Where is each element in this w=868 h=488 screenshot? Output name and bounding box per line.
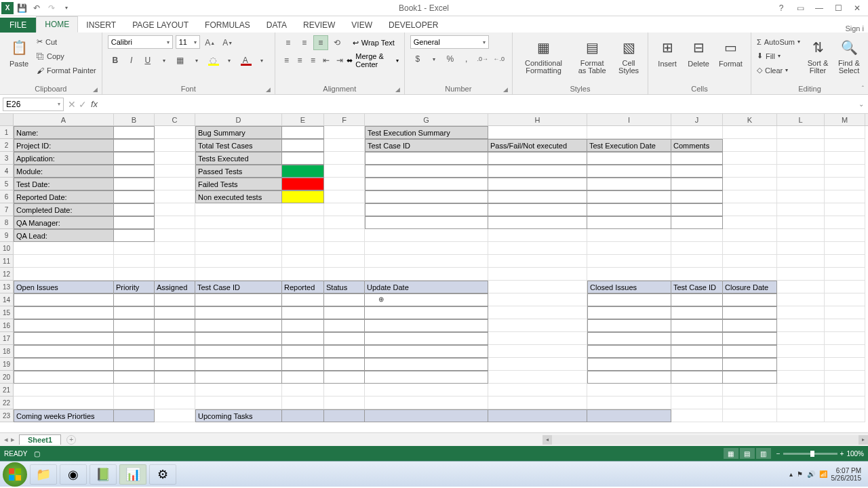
cell[interactable] — [825, 345, 865, 358]
cell[interactable] — [324, 384, 365, 396]
cell[interactable] — [324, 190, 365, 203]
bold-button[interactable]: B — [108, 53, 123, 68]
cell[interactable] — [195, 396, 282, 409]
cell[interactable] — [155, 126, 195, 139]
cell[interactable]: Test Case ID — [365, 139, 488, 152]
row-header[interactable]: 1 — [0, 126, 14, 139]
cell[interactable] — [114, 345, 155, 358]
font-color-button[interactable]: A — [238, 53, 253, 68]
cell[interactable] — [723, 178, 777, 190]
cell[interactable] — [114, 152, 155, 165]
cell[interactable] — [324, 229, 365, 242]
cell[interactable] — [587, 384, 671, 396]
cell[interactable] — [671, 165, 723, 178]
insert-tab[interactable]: INSERT — [78, 18, 124, 33]
cell[interactable] — [777, 190, 825, 203]
currency-dropdown-icon[interactable]: ▾ — [427, 52, 441, 66]
cell[interactable] — [365, 306, 488, 319]
align-center-icon[interactable]: ≡ — [294, 53, 306, 68]
row-header[interactable]: 11 — [0, 255, 14, 268]
cell[interactable]: Coming weeks Priorties — [14, 409, 114, 422]
taskbar-explorer-icon[interactable]: 📁 — [30, 464, 57, 485]
cell[interactable]: Comments — [671, 139, 723, 152]
tray-icon[interactable]: 📶 — [819, 470, 827, 478]
cell[interactable] — [155, 165, 195, 178]
cell[interactable] — [155, 178, 195, 190]
close-icon[interactable]: ✕ — [850, 3, 864, 13]
cell[interactable] — [324, 396, 365, 409]
cell[interactable] — [671, 126, 723, 139]
cell[interactable] — [282, 190, 324, 203]
col-header[interactable]: A — [14, 114, 114, 125]
cell[interactable] — [195, 293, 282, 306]
cell[interactable] — [723, 358, 777, 371]
cell[interactable] — [114, 371, 155, 384]
cell[interactable] — [14, 358, 114, 371]
cell[interactable] — [777, 293, 825, 306]
fill-color-button[interactable]: ◌ — [205, 53, 220, 68]
cell[interactable] — [488, 396, 587, 409]
cell[interactable] — [14, 332, 114, 345]
cell[interactable] — [365, 190, 488, 203]
taskbar-notepad-icon[interactable]: 📗 — [90, 464, 117, 485]
cell[interactable] — [155, 139, 195, 152]
cell[interactable]: Update Date — [365, 281, 488, 293]
cell[interactable]: Pass/Fail/Not executed — [488, 139, 587, 152]
border-button[interactable]: ▦ — [173, 53, 188, 68]
cell[interactable] — [777, 396, 825, 409]
cell[interactable] — [365, 358, 488, 371]
row-header[interactable]: 6 — [0, 190, 14, 203]
wrap-text-button[interactable]: ↩Wrap Text — [353, 37, 395, 49]
cut-button[interactable]: ✂Cut — [37, 35, 96, 48]
cell[interactable] — [488, 345, 587, 358]
increase-decimal-icon[interactable]: .0→ — [475, 52, 490, 66]
cell[interactable]: Total Test Cases — [195, 139, 282, 152]
increase-font-icon[interactable]: A▲ — [203, 35, 218, 50]
cell[interactable] — [324, 358, 365, 371]
cell[interactable] — [365, 396, 488, 409]
cell[interactable] — [825, 358, 865, 371]
cell[interactable] — [671, 358, 723, 371]
cell[interactable] — [825, 216, 865, 229]
cell[interactable] — [587, 371, 671, 384]
cell[interactable] — [671, 306, 723, 319]
tray-arrow-icon[interactable]: ▴ — [789, 470, 793, 478]
cell[interactable] — [671, 396, 723, 409]
scroll-left-icon[interactable]: ◂ — [542, 435, 552, 445]
fx-icon[interactable]: fx — [91, 99, 98, 109]
cell[interactable] — [282, 371, 324, 384]
cell[interactable] — [488, 268, 587, 281]
underline-dropdown-icon[interactable]: ▾ — [157, 53, 172, 68]
cell[interactable] — [114, 293, 155, 306]
cell[interactable] — [195, 319, 282, 332]
increase-indent-icon[interactable]: ⇥ — [334, 53, 346, 68]
cell[interactable] — [195, 229, 282, 242]
cell[interactable] — [723, 165, 777, 178]
cell[interactable] — [488, 152, 587, 165]
cell[interactable] — [282, 242, 324, 255]
row-header[interactable]: 8 — [0, 216, 14, 229]
cell[interactable] — [114, 165, 155, 178]
align-bottom-icon[interactable]: ≡ — [313, 35, 328, 50]
cell[interactable] — [195, 358, 282, 371]
cell[interactable] — [155, 371, 195, 384]
select-all-corner[interactable] — [0, 114, 14, 125]
cell[interactable] — [114, 332, 155, 345]
cell[interactable] — [114, 126, 155, 139]
font-color-dropdown-icon[interactable]: ▾ — [254, 53, 269, 68]
cell[interactable] — [282, 319, 324, 332]
cell[interactable] — [282, 306, 324, 319]
sheet-tab[interactable]: Sheet1 — [19, 434, 61, 445]
cell[interactable] — [195, 306, 282, 319]
cell[interactable] — [671, 229, 723, 242]
name-box[interactable]: E26▾ — [3, 98, 64, 111]
cell[interactable] — [195, 384, 282, 396]
cell[interactable] — [114, 268, 155, 281]
cell[interactable]: Reported — [282, 281, 324, 293]
cell[interactable] — [155, 332, 195, 345]
cell[interactable] — [777, 384, 825, 396]
cell[interactable] — [282, 255, 324, 268]
cell[interactable] — [488, 126, 587, 139]
minimize-icon[interactable]: — — [812, 3, 826, 13]
taskbar-clock[interactable]: 6:07 PM5/26/2015 — [831, 467, 862, 482]
